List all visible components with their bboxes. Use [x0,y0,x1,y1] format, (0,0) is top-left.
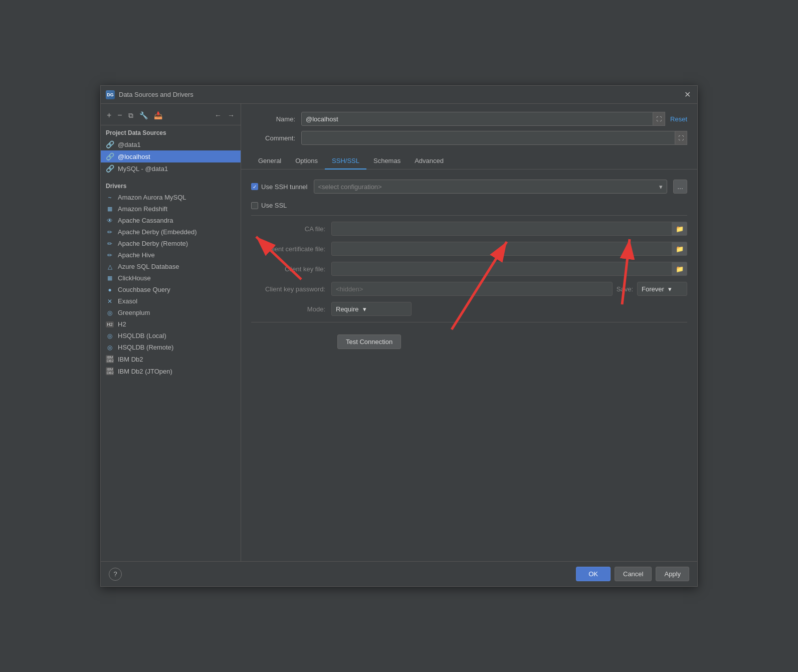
name-input[interactable] [301,112,653,126]
client-key-pw-row: Client key password: Save: Forever ▾ [251,282,687,296]
ca-file-input[interactable] [331,222,672,236]
tab-general[interactable]: General [251,154,288,170]
client-key-pw-label: Client key password: [251,285,331,293]
help-button[interactable]: ? [109,568,122,581]
settings-button[interactable]: 🔧 [137,110,150,120]
sidebar-toolbar: + − ⧉ 🔧 📥 ← → [101,108,241,125]
ssl-label-text: Use SSL [261,202,287,209]
ca-file-folder-button[interactable]: 📁 [672,222,687,236]
driver-icon: ✏ [106,240,114,247]
name-label: Name: [251,115,301,123]
client-cert-folder-button[interactable]: 📁 [672,242,687,256]
client-key-folder-button[interactable]: 📁 [672,262,687,276]
sidebar-item-hsqldb-remote[interactable]: ◎ HSQLDB (Remote) [101,342,241,353]
remove-button[interactable]: − [115,110,124,121]
forward-button[interactable]: → [226,110,237,120]
sidebar-item-data1-label: @data1 [118,141,141,148]
sidebar-item-redshift-label: Amazon Redshift [118,205,167,213]
sidebar-item-localhost[interactable]: 🔗 @localhost [101,150,241,162]
sidebar-item-ibmdb2-label: IBM Db2 [118,356,143,363]
driver-icon: IBM DB2 [106,367,114,375]
sidebar-item-data1[interactable]: 🔗 @data1 [101,138,241,150]
sidebar-item-exasol[interactable]: ✕ Exasol [101,295,241,307]
driver-icon: ✕ [106,298,114,305]
sidebar-item-derby-remote[interactable]: ✏ Apache Derby (Remote) [101,238,241,249]
client-key-input[interactable] [331,262,672,276]
add-button[interactable]: + [105,110,113,121]
comment-expand-button[interactable]: ⛶ [675,131,687,145]
client-cert-row: Client certificate file: 📁 [251,242,687,256]
form-area: Name: ⛶ Reset Comment: ⛶ [241,104,697,150]
import-button[interactable]: 📥 [152,110,164,120]
sidebar-item-couchbase[interactable]: ● Couchbase Query [101,284,241,295]
comment-label: Comment: [251,134,301,142]
driver-icon: ▦ [106,206,114,212]
sidebar-item-hsqldb-local[interactable]: ◎ HSQLDB (Local) [101,330,241,342]
datasource-icon: 🔗 [106,140,114,148]
reset-link[interactable]: Reset [670,115,687,123]
test-connection-button[interactable]: Test Connection [337,334,401,349]
driver-icon: H2 [106,321,114,327]
sidebar-item-ibmdb2[interactable]: IBM DB2 IBM Db2 [101,353,241,365]
sidebar-item-derby-embedded[interactable]: ✏ Apache Derby (Embedded) [101,226,241,238]
tab-advanced[interactable]: Advanced [408,154,451,170]
tab-ssh-ssl[interactable]: SSH/SSL [325,154,366,170]
save-value: Forever [642,285,664,293]
sidebar-item-clickhouse[interactable]: ▦ ClickHouse [101,272,241,284]
sidebar-item-ibmdb2-jtopen-label: IBM Db2 (JTOpen) [118,368,172,375]
dialog-title: Data Sources and Drivers [119,91,193,98]
title-bar: DG Data Sources and Drivers ✕ [101,86,697,104]
sidebar-item-mysql[interactable]: 🔗 MySQL - @data1 [101,162,241,175]
save-dropdown[interactable]: Forever ▾ [637,282,687,296]
mode-dropdown[interactable]: Require ▾ [331,302,412,316]
driver-icon: ◎ [106,309,114,316]
client-cert-input[interactable] [331,242,672,256]
client-key-pw-input[interactable] [331,282,613,296]
sidebar-item-aurora-mysql[interactable]: ~ Amazon Aurora MySQL [101,192,241,203]
mode-dropdown-arrow-icon: ▾ [363,305,366,313]
ok-button[interactable]: OK [576,567,611,581]
drivers-header: Drivers [101,179,241,192]
sidebar-item-hive[interactable]: ✏ Apache Hive [101,249,241,261]
right-panel: Name: ⛶ Reset Comment: ⛶ Gene [241,104,697,561]
apply-button[interactable]: Apply [656,567,689,581]
ssl-checkbox[interactable] [251,202,258,209]
close-button[interactable]: ✕ [682,90,692,100]
project-datasources-header: Project Data Sources [101,125,241,138]
driver-icon: IBM DB2 [106,355,114,363]
sidebar-item-ibmdb2-jtopen[interactable]: IBM DB2 IBM Db2 (JTOpen) [101,365,241,377]
tab-schemas[interactable]: Schemas [366,154,408,170]
sidebar-item-couchbase-label: Couchbase Query [118,286,170,293]
comment-input[interactable] [301,131,675,145]
client-key-row: Client key file: 📁 [251,262,687,276]
client-key-label: Client key file: [251,265,331,273]
main-content: + − ⧉ 🔧 📥 ← → Project Data Sources 🔗 @da… [101,104,697,561]
sidebar-item-azure-sql-label: Azure SQL Database [118,263,179,270]
tab-content-ssh-ssl: ✓ Use SSH tunnel <select configuration> … [241,170,697,561]
sidebar-item-greenplum[interactable]: ◎ Greenplum [101,307,241,318]
dialog: DG Data Sources and Drivers ✕ + − ⧉ 🔧 📥 … [100,85,698,587]
sidebar-item-hive-label: Apache Hive [118,251,155,259]
sidebar-item-redshift[interactable]: ▦ Amazon Redshift [101,203,241,215]
save-dropdown-arrow-icon: ▾ [668,285,672,293]
cancel-button[interactable]: Cancel [615,567,652,581]
mode-value: Require [336,305,359,313]
ssh-config-dropdown[interactable]: <select configuration> ▾ [314,180,668,194]
ca-file-row: CA file: 📁 [251,222,687,236]
title-bar-left: DG Data Sources and Drivers [106,90,193,99]
sidebar-item-h2[interactable]: H2 H2 [101,318,241,330]
comment-field-wrapper: ⛶ [301,131,687,145]
ssh-more-button[interactable]: ... [673,180,687,194]
dropdown-arrow-icon: ▾ [659,183,663,191]
ssh-checkbox[interactable]: ✓ [251,183,258,190]
name-expand-button[interactable]: ⛶ [653,112,665,126]
sidebar-item-cassandra[interactable]: 👁 Apache Cassandra [101,215,241,226]
use-ssl-label[interactable]: Use SSL [251,202,287,209]
back-button[interactable]: ← [213,110,224,120]
sidebar-item-aurora-label: Amazon Aurora MySQL [118,194,186,201]
ssh-label-text: Use SSH tunnel [261,183,308,191]
use-ssh-label[interactable]: ✓ Use SSH tunnel [251,183,308,191]
tab-options[interactable]: Options [288,154,325,170]
sidebar-item-azure-sql[interactable]: △ Azure SQL Database [101,261,241,272]
copy-button[interactable]: ⧉ [126,110,135,121]
